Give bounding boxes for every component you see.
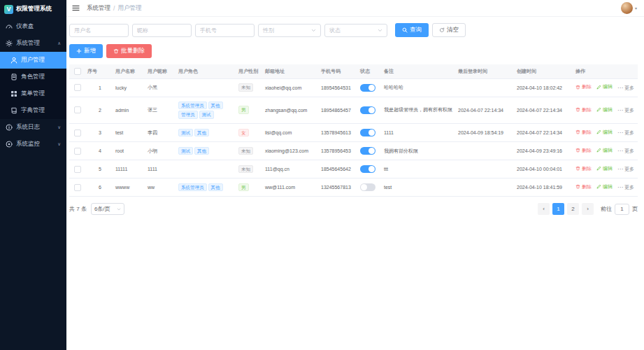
role-tags-cell: 测试其他	[177, 142, 237, 160]
more-button[interactable]: ⋯ 更多	[617, 166, 634, 173]
main-content: 性别 状态 查询 清空 新增 批量删除	[66, 17, 644, 215]
more-button[interactable]: ⋯ 更多	[617, 148, 634, 155]
search-button[interactable]: 查询	[395, 23, 429, 37]
more-button[interactable]: ⋯ 更多	[617, 85, 634, 92]
sidebar-item-label: 角色管理	[21, 73, 45, 81]
edit-button[interactable]: 编辑	[596, 183, 613, 190]
more-button[interactable]: ⋯ 更多	[617, 107, 634, 114]
select-all-checkbox[interactable]	[74, 68, 81, 75]
phone-input[interactable]	[195, 24, 255, 37]
operations-cell: 删除 编辑 ⋯ 更多	[574, 142, 638, 160]
operations-cell: 删除 编辑 ⋯ 更多	[574, 97, 638, 124]
prev-page-button[interactable]: ‹	[538, 203, 550, 215]
username-input[interactable]	[69, 24, 129, 37]
sidebar-item-system-mgmt[interactable]: 系统管理 ∧	[0, 35, 66, 52]
pencil-icon	[596, 166, 601, 171]
more-button[interactable]: ⋯ 更多	[617, 130, 634, 136]
gender-tag: 未知	[238, 147, 253, 155]
edit-button[interactable]: 编辑	[596, 165, 613, 172]
last-login-cell	[457, 178, 515, 197]
page-button-2[interactable]: 2	[567, 203, 579, 215]
ellipsis-icon: ⋯	[617, 167, 623, 172]
status-toggle[interactable]	[360, 165, 375, 173]
status-toggle[interactable]	[360, 106, 375, 114]
edit-button[interactable]: 编辑	[596, 83, 613, 90]
gender-select-placeholder: 性别	[263, 27, 274, 34]
role-tags-cell: 系统管理员其他	[177, 178, 237, 197]
phone-cell: 18545645642	[320, 160, 359, 178]
user-menu[interactable]: ▾	[621, 2, 637, 14]
row-checkbox[interactable]	[74, 106, 81, 113]
column-header: 手机号码	[320, 64, 359, 78]
delete-button[interactable]: 删除	[575, 83, 592, 90]
role-tag: 其他	[208, 183, 223, 192]
gender-select[interactable]: 性别	[258, 24, 321, 37]
role-tag: 测试	[199, 111, 214, 119]
row-checkbox[interactable]	[74, 166, 81, 173]
trash-icon	[575, 184, 580, 189]
email-cell: ww@111.com	[264, 178, 320, 197]
column-header: 创建时间	[515, 64, 574, 78]
toggle-knob	[368, 148, 375, 154]
document-icon	[10, 74, 17, 80]
edit-button[interactable]: 编辑	[596, 106, 613, 113]
status-cell	[359, 142, 382, 160]
sidebar-item-dashboard[interactable]: 仪表盘	[0, 18, 66, 35]
batch-delete-button[interactable]: 批量删除	[106, 44, 152, 58]
goto-page-input[interactable]	[615, 204, 629, 215]
delete-button[interactable]: 删除	[575, 147, 592, 154]
row-checkbox[interactable]	[74, 184, 81, 191]
sidebar-item-user-mgmt[interactable]: 用户管理	[0, 52, 66, 69]
sidebar-item-menu-mgmt[interactable]: 菜单管理	[0, 85, 66, 102]
avatar[interactable]	[621, 2, 633, 14]
chevron-down-icon: ∨	[57, 125, 61, 130]
add-button[interactable]: 新增	[69, 44, 103, 58]
status-toggle[interactable]	[360, 129, 375, 136]
row-checkbox[interactable]	[74, 84, 81, 91]
status-toggle[interactable]	[360, 84, 375, 92]
column-header: 邮箱地址	[264, 64, 320, 78]
sidebar-item-system-monitor[interactable]: 系统监控 ∨	[0, 136, 66, 153]
remark-cell: 1111	[382, 124, 457, 142]
row-index: 5	[86, 160, 114, 178]
breadcrumb-system-mgmt[interactable]: 系统管理	[87, 4, 110, 13]
delete-button[interactable]: 删除	[575, 129, 592, 136]
sidebar-item-role-mgmt[interactable]: 角色管理	[0, 69, 66, 85]
page-size-select[interactable]: 6条/页	[91, 203, 124, 215]
status-toggle[interactable]	[360, 183, 375, 191]
sidebar-collapse-button[interactable]	[72, 4, 80, 12]
delete-button[interactable]: 删除	[575, 165, 592, 172]
table-row: 5 11111 1111 未知 111@qq.cn 18545645642 tt…	[69, 160, 638, 178]
last-login-cell: 2024-04-07 22:14:34	[457, 97, 515, 124]
edit-button[interactable]: 编辑	[596, 147, 613, 154]
monitor-icon	[6, 141, 13, 148]
status-select[interactable]: 状态	[324, 24, 387, 37]
page-button-1[interactable]: 1	[552, 203, 564, 215]
sidebar-item-dict-mgmt[interactable]: 字典管理	[0, 102, 66, 119]
trash-icon	[113, 48, 119, 54]
delete-button[interactable]: 删除	[575, 183, 592, 190]
role-tag: 其他	[208, 102, 223, 110]
nickname-input[interactable]	[132, 24, 192, 37]
chevron-down-icon: ∨	[57, 141, 61, 147]
table-header-row: 序号 用户名称 用户昵称 用户角色 用户性别 邮箱地址 手机号码 状态 备注 最…	[69, 64, 638, 78]
gear-icon	[6, 40, 13, 47]
pagination-bar: 共 7 条 6条/页 ‹ 1 2 › 前往 页	[69, 203, 638, 215]
edit-button[interactable]: 编辑	[596, 129, 613, 136]
more-button[interactable]: ⋯ 更多	[617, 184, 634, 191]
sidebar-item-system-log[interactable]: 系统日志 ∨	[0, 119, 66, 136]
created-time-cell: 2024-04-07 22:14:34	[515, 124, 574, 142]
gender-tag: 女	[238, 129, 249, 137]
row-checkbox[interactable]	[74, 130, 81, 136]
clear-button[interactable]: 清空	[432, 23, 466, 37]
system-mgmt-submenu: 用户管理 角色管理 菜单管理 字典管理	[0, 52, 66, 119]
row-checkbox[interactable]	[74, 148, 81, 155]
email-cell: xiaoming@123.com	[264, 142, 320, 160]
gauge-icon	[6, 23, 13, 30]
row-index: 6	[86, 178, 114, 197]
next-page-button[interactable]: ›	[582, 203, 594, 215]
status-toggle[interactable]	[360, 147, 375, 155]
gender-tag: 男	[238, 106, 249, 114]
chevron-down-icon	[378, 28, 382, 33]
delete-button[interactable]: 删除	[575, 106, 592, 113]
